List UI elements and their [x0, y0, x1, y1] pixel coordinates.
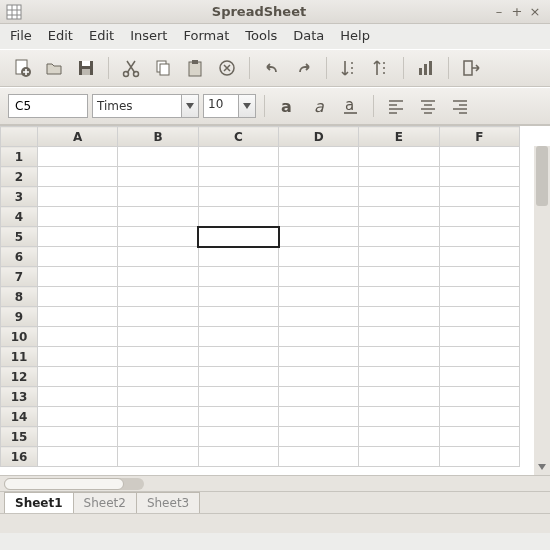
- cell-D1[interactable]: [279, 147, 359, 167]
- cell-E8[interactable]: [359, 287, 439, 307]
- sort-asc-icon[interactable]: [367, 54, 395, 82]
- cell-F1[interactable]: [439, 147, 519, 167]
- menu-edit-2[interactable]: Edit: [89, 28, 114, 43]
- cell-F2[interactable]: [439, 167, 519, 187]
- cell-A10[interactable]: [38, 327, 118, 347]
- cell-C9[interactable]: [198, 307, 278, 327]
- cell-A4[interactable]: [38, 207, 118, 227]
- cell-C3[interactable]: [198, 187, 278, 207]
- cell-A11[interactable]: [38, 347, 118, 367]
- cell-B15[interactable]: [118, 427, 198, 447]
- bold-icon[interactable]: a: [273, 92, 301, 120]
- horizontal-scrollbar[interactable]: [4, 478, 144, 490]
- cell-E5[interactable]: [359, 227, 439, 247]
- cell-A13[interactable]: [38, 387, 118, 407]
- cell-D10[interactable]: [279, 327, 359, 347]
- undo-icon[interactable]: [258, 54, 286, 82]
- cell-A3[interactable]: [38, 187, 118, 207]
- cell-E12[interactable]: [359, 367, 439, 387]
- cell-D5[interactable]: [279, 227, 359, 247]
- cell-F7[interactable]: [439, 267, 519, 287]
- row-header-3[interactable]: 3: [1, 187, 38, 207]
- menu-tools[interactable]: Tools: [245, 28, 277, 43]
- cell-E1[interactable]: [359, 147, 439, 167]
- save-icon[interactable]: [72, 54, 100, 82]
- cell-D7[interactable]: [279, 267, 359, 287]
- cell-A2[interactable]: [38, 167, 118, 187]
- font-size-dropdown-icon[interactable]: [238, 94, 256, 118]
- row-header-14[interactable]: 14: [1, 407, 38, 427]
- cancel-icon[interactable]: [213, 54, 241, 82]
- cell-C5[interactable]: [198, 227, 278, 247]
- cell-C8[interactable]: [198, 287, 278, 307]
- cell-E13[interactable]: [359, 387, 439, 407]
- align-right-icon[interactable]: [446, 92, 474, 120]
- cell-A16[interactable]: [38, 447, 118, 467]
- cell-E2[interactable]: [359, 167, 439, 187]
- vertical-scrollbar[interactable]: [534, 146, 550, 475]
- cell-B2[interactable]: [118, 167, 198, 187]
- open-doc-icon[interactable]: [40, 54, 68, 82]
- sheet-tab-3[interactable]: Sheet3: [136, 492, 200, 513]
- italic-icon[interactable]: a: [305, 92, 333, 120]
- cell-C10[interactable]: [198, 327, 278, 347]
- vertical-scroll-thumb[interactable]: [536, 146, 548, 206]
- cell-C12[interactable]: [198, 367, 278, 387]
- exit-icon[interactable]: [457, 54, 485, 82]
- cell-C15[interactable]: [198, 427, 278, 447]
- col-header-E[interactable]: E: [359, 127, 439, 147]
- cell-F12[interactable]: [439, 367, 519, 387]
- align-left-icon[interactable]: [382, 92, 410, 120]
- font-select[interactable]: Times: [92, 94, 182, 118]
- col-header-B[interactable]: B: [118, 127, 198, 147]
- new-doc-icon[interactable]: [8, 54, 36, 82]
- redo-icon[interactable]: [290, 54, 318, 82]
- menu-format[interactable]: Format: [183, 28, 229, 43]
- cell-C16[interactable]: [198, 447, 278, 467]
- chart-icon[interactable]: [412, 54, 440, 82]
- minimize-button[interactable]: –: [490, 4, 508, 19]
- cell-C7[interactable]: [198, 267, 278, 287]
- cell-F14[interactable]: [439, 407, 519, 427]
- cell-A5[interactable]: [38, 227, 118, 247]
- cell-E7[interactable]: [359, 267, 439, 287]
- row-header-1[interactable]: 1: [1, 147, 38, 167]
- cell-C1[interactable]: [198, 147, 278, 167]
- cell-B11[interactable]: [118, 347, 198, 367]
- cell-C4[interactable]: [198, 207, 278, 227]
- cell-F5[interactable]: [439, 227, 519, 247]
- cell-D13[interactable]: [279, 387, 359, 407]
- row-header-9[interactable]: 9: [1, 307, 38, 327]
- cell-F3[interactable]: [439, 187, 519, 207]
- row-header-8[interactable]: 8: [1, 287, 38, 307]
- menu-edit[interactable]: Edit: [48, 28, 73, 43]
- menu-data[interactable]: Data: [293, 28, 324, 43]
- cell-A8[interactable]: [38, 287, 118, 307]
- cell-F13[interactable]: [439, 387, 519, 407]
- cell-D6[interactable]: [279, 247, 359, 267]
- copy-icon[interactable]: [149, 54, 177, 82]
- cell-A7[interactable]: [38, 267, 118, 287]
- row-header-13[interactable]: 13: [1, 387, 38, 407]
- cell-F9[interactable]: [439, 307, 519, 327]
- cell-A6[interactable]: [38, 247, 118, 267]
- cell-E16[interactable]: [359, 447, 439, 467]
- row-header-15[interactable]: 15: [1, 427, 38, 447]
- cell-A9[interactable]: [38, 307, 118, 327]
- row-header-16[interactable]: 16: [1, 447, 38, 467]
- cell-E9[interactable]: [359, 307, 439, 327]
- cell-D15[interactable]: [279, 427, 359, 447]
- cell-E10[interactable]: [359, 327, 439, 347]
- sort-desc-icon[interactable]: [335, 54, 363, 82]
- cell-F15[interactable]: [439, 427, 519, 447]
- cell-E6[interactable]: [359, 247, 439, 267]
- cell-B12[interactable]: [118, 367, 198, 387]
- cell-F8[interactable]: [439, 287, 519, 307]
- menu-insert[interactable]: Insert: [130, 28, 167, 43]
- cell-A15[interactable]: [38, 427, 118, 447]
- row-header-2[interactable]: 2: [1, 167, 38, 187]
- cell-C2[interactable]: [198, 167, 278, 187]
- col-header-F[interactable]: F: [439, 127, 519, 147]
- cell-B14[interactable]: [118, 407, 198, 427]
- row-header-5[interactable]: 5: [1, 227, 38, 247]
